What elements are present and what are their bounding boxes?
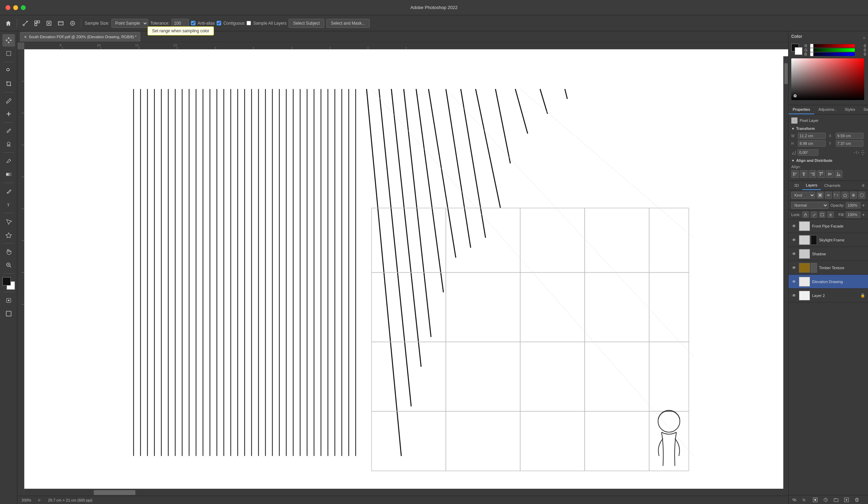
brush-tool[interactable] [2,125,15,137]
fx-icon[interactable]: fx [802,497,808,503]
delete-layer-icon[interactable] [854,497,860,503]
sample-all-layers-checkbox[interactable] [247,21,251,25]
transform-section-toggle[interactable]: ▼ Transform [791,126,865,131]
filter-adjust-btn[interactable] [825,192,832,199]
align-left-btn[interactable] [791,170,799,178]
height-input[interactable] [798,140,826,147]
anti-alias-checkbox[interactable] [191,21,195,25]
maximize-button[interactable] [21,5,26,10]
fill-input[interactable] [846,212,860,218]
screen-mode-tool[interactable] [2,307,15,320]
align-section-toggle[interactable]: ▼ Align and Distribute [791,158,865,163]
canvas-image[interactable] [24,49,788,496]
zoom-tool[interactable] [2,259,15,271]
layer-vis-shadow[interactable]: 👁 [791,251,797,257]
move-tool[interactable] [2,34,15,47]
green-slider[interactable] [810,48,855,52]
lasso-tool[interactable] [2,64,15,77]
layers-panel-expand-icon[interactable]: ≡ [860,183,866,188]
layers-tab[interactable]: Layers [802,181,821,190]
select-subject-button[interactable]: Select Subject [289,19,324,28]
minimize-button[interactable] [13,5,18,10]
vscroll-thumb[interactable] [784,63,788,84]
eyedropper-tool[interactable] [2,94,15,107]
selection-tool[interactable] [2,47,15,60]
adjustment-icon[interactable] [823,497,829,503]
tool-icon-3[interactable] [44,18,54,28]
tab-close-icon[interactable]: ✕ [24,35,27,39]
layer-filter-toggle[interactable] [858,192,865,199]
lock-artboard-btn[interactable] [819,212,825,218]
filter-shape-btn[interactable] [842,192,849,199]
stamp-tool[interactable] [2,138,15,150]
group-icon[interactable] [833,497,839,503]
flip-h-icon[interactable] [854,150,859,155]
sample-size-select[interactable]: Point Sample [111,19,148,28]
y-input[interactable] [836,140,863,147]
document-tab[interactable]: ✕ South Elevation PDF.pdf @ 200% (Elevat… [20,32,140,42]
opacity-dropdown-icon[interactable]: ▼ [862,204,865,207]
pen-tool[interactable] [2,185,15,198]
path-select-tool[interactable] [2,215,15,228]
layer-vis-layer2[interactable]: 👁 [791,293,797,298]
align-right-btn[interactable] [809,170,816,178]
healing-tool[interactable] [2,108,15,120]
layer-item-timber[interactable]: 👁 Timber Texture [788,261,868,275]
align-top-btn[interactable] [817,170,825,178]
gradient-tool[interactable] [2,168,15,181]
lock-pixel-btn[interactable] [802,212,809,218]
layer-vis-elevation[interactable]: 👁 [791,279,797,284]
red-slider[interactable] [810,44,855,48]
flip-v-icon[interactable] [860,150,865,155]
layer-item-front-pipe[interactable]: 👁 Front Pipe Facade [788,219,868,233]
home-icon[interactable] [3,18,13,28]
color-spectrum[interactable] [791,58,864,100]
vertical-scrollbar[interactable] [783,56,788,489]
channels-tab[interactable]: Channels [821,181,844,190]
filter-pixel-btn[interactable] [817,192,824,199]
hand-tool[interactable] [2,246,15,258]
layer-vis-front-pipe[interactable]: 👁 [791,223,797,229]
layer-item-elevation[interactable]: 👁 Elevation Drawing [788,275,868,289]
close-button[interactable] [6,5,10,10]
eraser-tool[interactable] [2,155,15,167]
horizontal-scrollbar[interactable] [24,489,788,496]
tool-icon-2[interactable] [32,18,42,28]
mask-icon[interactable] [812,497,818,503]
angle-input[interactable] [798,149,818,156]
align-center-v-btn[interactable] [826,170,834,178]
lock-paint-btn[interactable] [811,212,817,218]
opacity-input[interactable] [846,202,860,208]
x-input[interactable] [836,133,863,139]
shape-tool[interactable] [2,229,15,241]
tab-swatches[interactable]: Swatches [859,105,868,114]
bg-color-swatch[interactable] [795,47,802,55]
foreground-color-swatch[interactable] [2,277,11,286]
filter-kind-select[interactable]: Kind [791,192,815,199]
align-center-h-btn[interactable] [800,170,808,178]
tool-icon-4[interactable] [56,18,66,28]
filter-smart-btn[interactable] [850,192,857,199]
tab-styles[interactable]: Styles [841,105,859,114]
blend-mode-select[interactable]: Normal [791,202,828,209]
blue-slider[interactable] [810,52,855,56]
layer-item-layer2[interactable]: 👁 Layer 2 🔒 [788,289,868,303]
add-layer-icon[interactable] [843,497,850,503]
quick-mask-tool[interactable] [2,294,15,307]
width-input[interactable] [798,133,826,139]
layer-vis-skylight[interactable]: 👁 [791,237,797,243]
canvas-wrapper[interactable]: 9 10 11 12 [17,42,788,496]
tab-adjustments[interactable]: Adjustme.. [814,105,841,114]
filter-type-btn[interactable]: T T [833,192,840,199]
layer-vis-timber[interactable]: 👁 [791,265,797,271]
layer-item-skylight[interactable]: 👁 Skylight Frame [788,233,868,247]
crop-tool[interactable] [2,77,15,90]
lock-all-btn[interactable] [827,212,834,218]
select-and-mask-button[interactable]: Select and Mask... [326,19,370,28]
tab-properties[interactable]: Properties [788,105,814,114]
fill-dropdown-icon[interactable]: ▼ [862,213,865,217]
tool-icon-5[interactable] [68,18,77,28]
layers-3d-tab[interactable]: 3D [791,181,802,190]
contiguous-checkbox[interactable] [217,21,221,25]
color-panel-menu[interactable]: ≡ [863,36,865,40]
